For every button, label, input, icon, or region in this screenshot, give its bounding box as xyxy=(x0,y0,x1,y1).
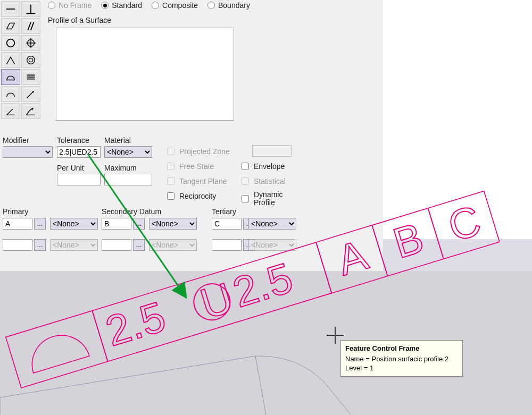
perpendicularity-icon[interactable] xyxy=(21,1,40,17)
projected-zone-checkbox[interactable]: Projected Zone xyxy=(165,146,230,157)
primary-ellipsis2-button[interactable]: ... xyxy=(34,239,46,251)
preview-box xyxy=(56,28,234,121)
dynamic-profile-checkbox[interactable]: Dynamic Profile xyxy=(239,191,286,207)
svg-line-2 xyxy=(31,22,34,30)
circularity-icon[interactable] xyxy=(1,35,20,51)
projected-zone-input xyxy=(252,145,292,157)
per-unit-input[interactable] xyxy=(57,174,101,185)
secondary-datum-row: ... xyxy=(102,218,145,230)
maximum-input[interactable] xyxy=(104,174,152,185)
primary-datum-row: ... xyxy=(3,218,46,230)
angularity-icon[interactable] xyxy=(1,52,20,68)
tooltip-title: Feature Control Frame xyxy=(345,344,458,353)
secondary-input2[interactable] xyxy=(102,239,131,251)
parallelism-icon[interactable] xyxy=(21,18,40,34)
straightness-icon[interactable] xyxy=(1,1,20,17)
tertiary-mod-select2: <None> xyxy=(248,239,296,251)
secondary-ellipsis-button[interactable]: ... xyxy=(133,218,145,230)
tertiary-label: Tertiary xyxy=(212,207,236,216)
no-frame-radio[interactable]: No Frame xyxy=(48,1,92,10)
fcf-tooltip: Feature Control Frame Name = Position su… xyxy=(340,340,463,377)
boundary-radio[interactable]: Boundary xyxy=(207,1,250,10)
tooltip-name-row: Name = Position surfacic profile.2 xyxy=(345,354,458,364)
primary-datum-row2: ... xyxy=(3,239,46,251)
tertiary-mod-select[interactable]: <None> xyxy=(248,218,296,230)
svg-point-7 xyxy=(27,56,35,64)
modifier-label: Modifier xyxy=(3,136,29,145)
line-profile-icon[interactable] xyxy=(1,86,20,102)
tangent-plane-checkbox[interactable]: Tangent Plane xyxy=(165,176,227,187)
frame-type-radios: No Frame Standard Composite Boundary xyxy=(48,1,250,10)
standard-label: Standard xyxy=(112,1,142,10)
primary-input2[interactable] xyxy=(3,239,32,251)
gd-t-panel: No Frame Standard Composite Boundary Pro… xyxy=(0,0,383,271)
primary-mod-select[interactable]: <None> xyxy=(50,218,98,230)
reciprocity-checkbox[interactable]: Reciprocity xyxy=(165,191,216,201)
runout-single-icon[interactable] xyxy=(1,103,20,119)
standard-radio[interactable]: Standard xyxy=(101,1,142,10)
viewport-strip xyxy=(383,239,532,271)
no-frame-label: No Frame xyxy=(59,1,92,10)
free-state-checkbox[interactable]: Free State xyxy=(165,161,214,172)
flatness-icon[interactable] xyxy=(1,18,20,34)
composite-radio[interactable]: Composite xyxy=(152,1,198,10)
runout-icon[interactable] xyxy=(21,86,40,102)
primary-label: Primary xyxy=(3,207,28,216)
svg-point-8 xyxy=(29,58,32,62)
boundary-label: Boundary xyxy=(218,1,250,10)
tertiary-input2[interactable] xyxy=(212,239,242,251)
material-label: Material xyxy=(104,136,131,145)
secondary-input[interactable] xyxy=(102,218,131,230)
secondary-mod-select[interactable]: <None> xyxy=(149,218,197,230)
tertiary-input[interactable] xyxy=(212,218,242,230)
per-unit-label: Per Unit xyxy=(57,164,84,172)
modifier-select[interactable] xyxy=(3,146,53,158)
svg-line-1 xyxy=(28,22,31,30)
secondary-datum-label: Secondary Datum xyxy=(102,207,161,216)
composite-label: Composite xyxy=(162,1,198,10)
maximum-label: Maximum xyxy=(104,164,137,172)
symmetry-icon[interactable] xyxy=(21,69,40,85)
total-runout-icon[interactable] xyxy=(21,103,40,119)
secondary-ellipsis2-button[interactable]: ... xyxy=(133,239,145,251)
svg-point-3 xyxy=(7,39,15,47)
tooltip-level-row: Level = 1 xyxy=(345,363,458,373)
statistical-checkbox[interactable]: Statistical xyxy=(239,176,286,187)
material-select[interactable]: <None> xyxy=(104,146,152,158)
primary-ellipsis-button[interactable]: ... xyxy=(34,218,46,230)
envelope-checkbox[interactable]: Envelope xyxy=(239,161,285,172)
tolerance-label: Tolerance xyxy=(57,136,89,145)
concentricity-icon[interactable] xyxy=(21,52,40,68)
primary-input[interactable] xyxy=(3,218,32,230)
symbol-icon-grid xyxy=(1,1,40,119)
profile-label: Profile of a Surface xyxy=(48,16,111,24)
surface-profile-icon[interactable] xyxy=(1,69,20,85)
primary-mod-select2: <None> xyxy=(50,239,98,251)
secondary-datum-row2: ... xyxy=(102,239,145,251)
position-icon[interactable] xyxy=(21,35,40,51)
secondary-mod-select2: <None> xyxy=(149,239,197,251)
tolerance-input[interactable] xyxy=(57,146,101,158)
